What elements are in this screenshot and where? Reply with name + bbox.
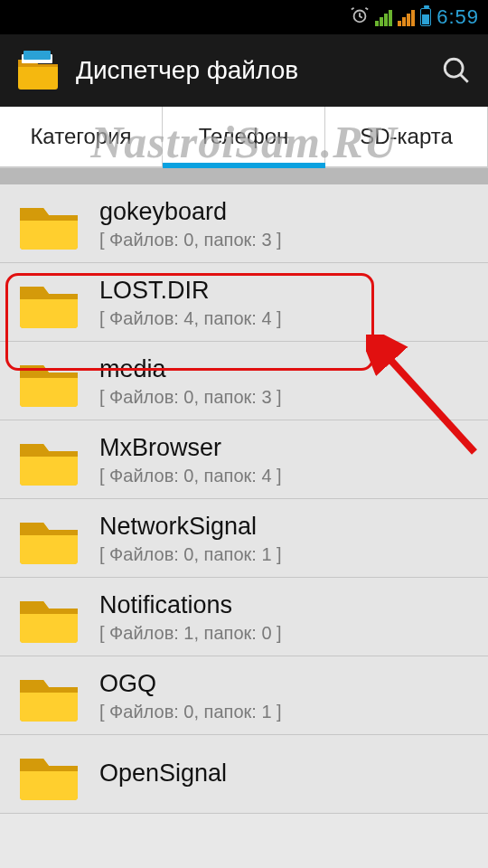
- battery-icon: [420, 8, 431, 26]
- alarm-icon: [350, 5, 370, 29]
- svg-rect-2: [23, 51, 51, 60]
- file-row[interactable]: MxBrowser[ Файлов: 0, папок: 4 ]: [0, 420, 488, 499]
- file-meta: [ Файлов: 0, папок: 1 ]: [99, 702, 282, 722]
- file-row-text: Notifications[ Файлов: 1, папок: 0 ]: [99, 591, 282, 644]
- file-row-text: OpenSignal: [99, 760, 227, 791]
- file-meta: [ Файлов: 0, папок: 3 ]: [99, 230, 282, 250]
- status-bar: 6:59: [0, 0, 488, 34]
- folder-icon: [16, 512, 81, 566]
- folder-icon: [16, 276, 81, 330]
- file-row-text: LOST.DIR[ Файлов: 4, папок: 4 ]: [99, 277, 282, 329]
- file-name: Notifications: [99, 591, 282, 619]
- folder-icon: [16, 197, 81, 251]
- tab-category[interactable]: Категория: [0, 107, 163, 166]
- file-name: LOST.DIR: [99, 277, 282, 305]
- file-row-text: OGQ[ Файлов: 0, папок: 1 ]: [99, 670, 282, 722]
- search-icon[interactable]: [441, 55, 472, 86]
- file-name: media: [99, 355, 282, 383]
- file-row[interactable]: gokeyboard[ Файлов: 0, папок: 3 ]: [0, 184, 488, 263]
- file-name: gokeyboard: [99, 198, 282, 226]
- file-meta: [ Файлов: 0, папок: 3 ]: [99, 387, 282, 408]
- svg-point-3: [445, 59, 463, 77]
- file-meta: [ Файлов: 1, папок: 0 ]: [99, 623, 282, 644]
- tab-indicator: [163, 163, 325, 168]
- file-row[interactable]: Notifications[ Файлов: 1, папок: 0 ]: [0, 578, 488, 656]
- file-row-text: media[ Файлов: 0, папок: 3 ]: [99, 355, 282, 408]
- tabs: Категория Телефон SD-карта: [0, 107, 488, 168]
- file-name: NetworkSignal: [99, 513, 282, 541]
- folder-icon: [16, 354, 81, 409]
- file-list[interactable]: gokeyboard[ Файлов: 0, папок: 3 ]LOST.DI…: [0, 184, 488, 814]
- folder-icon: [16, 748, 81, 802]
- file-row[interactable]: OGQ[ Файлов: 0, папок: 1 ]: [0, 656, 488, 735]
- tab-sdcard[interactable]: SD-карта: [325, 107, 488, 166]
- file-row[interactable]: NetworkSignal[ Файлов: 0, папок: 1 ]: [0, 499, 488, 578]
- scroll-strip[interactable]: [0, 168, 488, 184]
- page-title: Диспетчер файлов: [76, 56, 425, 85]
- file-row[interactable]: OpenSignal: [0, 735, 488, 814]
- file-name: MxBrowser: [99, 434, 282, 462]
- app-folder-icon: [16, 51, 60, 90]
- file-row-text: gokeyboard[ Файлов: 0, папок: 3 ]: [99, 198, 282, 250]
- file-name: OGQ: [99, 670, 282, 698]
- file-row-text: NetworkSignal[ Файлов: 0, папок: 1 ]: [99, 513, 282, 565]
- file-row[interactable]: LOST.DIR[ Файлов: 4, папок: 4 ]: [0, 263, 488, 342]
- folder-icon: [16, 590, 81, 645]
- file-meta: [ Файлов: 4, папок: 4 ]: [99, 308, 282, 329]
- folder-icon: [16, 669, 81, 723]
- tab-phone[interactable]: Телефон: [163, 107, 325, 166]
- signal-sim1-icon: [375, 8, 392, 26]
- file-name: OpenSignal: [99, 760, 227, 788]
- folder-icon: [16, 433, 81, 487]
- file-meta: [ Файлов: 0, папок: 4 ]: [99, 466, 282, 486]
- file-row-text: MxBrowser[ Файлов: 0, папок: 4 ]: [99, 434, 282, 486]
- title-bar: Диспетчер файлов: [0, 34, 488, 107]
- file-meta: [ Файлов: 0, папок: 1 ]: [99, 544, 282, 565]
- file-row[interactable]: media[ Файлов: 0, папок: 3 ]: [0, 342, 488, 420]
- signal-sim2-icon: [398, 8, 415, 26]
- status-time: 6:59: [436, 5, 479, 29]
